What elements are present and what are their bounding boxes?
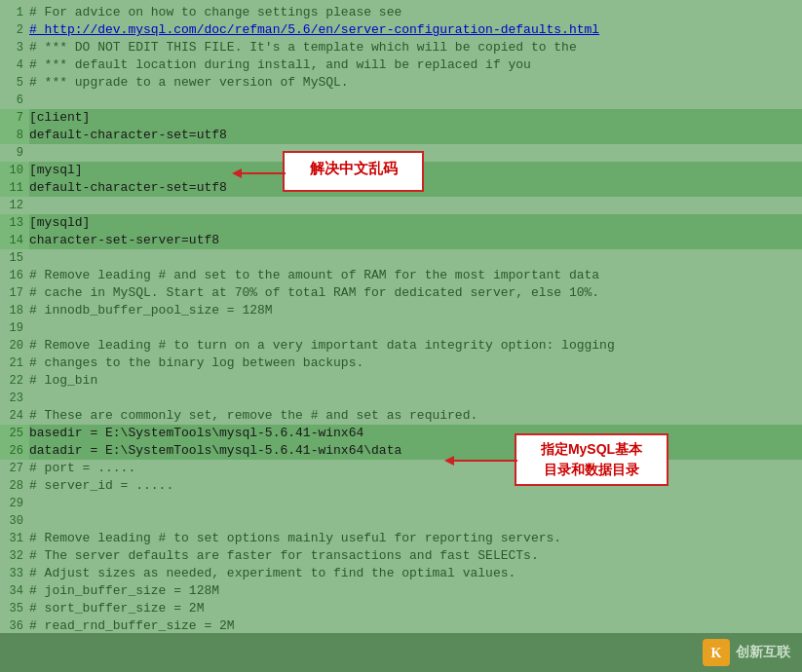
code-line-21: 21# changes to the binary log between ba… (0, 355, 802, 372)
code-line-19: 19 (0, 319, 802, 337)
line-number: 28 (0, 477, 29, 495)
line-content: # *** DO NOT EDIT THIS FILE. It's a temp… (29, 39, 802, 56)
line-number: 25 (0, 425, 29, 442)
line-number: 29 (0, 495, 29, 512)
code-line-25: 25basedir = E:\SystemTools\mysql-5.6.41-… (0, 425, 802, 442)
line-content: # For advice on how to change settings p… (29, 4, 802, 21)
code-line-33: 33# Adjust sizes as needed, experiment t… (0, 565, 802, 582)
line-number: 7 (0, 109, 29, 127)
code-line-20: 20# Remove leading # to turn on a very i… (0, 337, 802, 355)
line-content: [mysqld] (29, 214, 802, 232)
code-line-30: 30 (0, 512, 802, 530)
code-line-32: 32# The server defaults are faster for t… (0, 547, 802, 565)
svg-marker-1 (232, 168, 242, 178)
brand-icon: K (703, 639, 730, 666)
line-number: 21 (0, 355, 29, 372)
line-content: datadir = E:\SystemTools\mysql-5.6.41-wi… (29, 442, 802, 460)
line-content: # innodb_buffer_pool_size = 128M (29, 302, 802, 319)
code-line-7: 7[client] (0, 109, 802, 127)
line-number: 4 (0, 56, 29, 74)
code-line-27: 27# port = ..... (0, 460, 802, 477)
line-number: 5 (0, 74, 29, 92)
code-line-4: 4# *** default location during install, … (0, 56, 802, 74)
line-content: # Adjust sizes as needed, experiment to … (29, 565, 802, 582)
annotation-chinese-encoding: 解决中文乱码 (283, 151, 424, 192)
code-line-16: 16# Remove leading # and set to the amou… (0, 267, 802, 284)
line-number: 17 (0, 284, 29, 302)
svg-marker-3 (444, 456, 454, 466)
line-content: # sort_buffer_size = 2M (29, 600, 802, 617)
line-number: 23 (0, 390, 29, 407)
line-content: # The server defaults are faster for tra… (29, 547, 802, 565)
code-line-35: 35# sort_buffer_size = 2M (0, 600, 802, 617)
line-number: 22 (0, 372, 29, 390)
code-line-12: 12 (0, 197, 802, 214)
line-content: # port = ..... (29, 460, 802, 477)
code-line-29: 29 (0, 495, 802, 512)
code-line-5: 5# *** upgrade to a newer version of MyS… (0, 74, 802, 92)
line-number: 16 (0, 267, 29, 284)
line-content: character-set-server=utf8 (29, 232, 802, 249)
line-number: 19 (0, 319, 29, 337)
code-line-6: 6 (0, 92, 802, 109)
line-number: 26 (0, 442, 29, 460)
code-line-15: 15 (0, 249, 802, 267)
line-number: 6 (0, 92, 29, 109)
line-number: 18 (0, 302, 29, 319)
line-number: 15 (0, 249, 29, 267)
line-number: 24 (0, 407, 29, 425)
code-line-18: 18# innodb_buffer_pool_size = 128M (0, 302, 802, 319)
code-line-13: 13[mysqld] (0, 214, 802, 232)
code-line-28: 28# server_id = ..... (0, 477, 802, 495)
code-line-3: 3# *** DO NOT EDIT THIS FILE. It's a tem… (0, 39, 802, 56)
line-content: # Remove leading # to turn on a very imp… (29, 337, 802, 355)
line-number: 11 (0, 179, 29, 197)
code-line-2: 2# http://dev.mysql.com/doc/refman/5.6/e… (0, 21, 802, 39)
line-content: # Remove leading # and set to the amount… (29, 267, 802, 284)
code-line-22: 22# log_bin (0, 372, 802, 390)
annotation-arrow-2 (444, 451, 518, 470)
bottom-bar: K 创新互联 (0, 633, 802, 672)
line-number: 13 (0, 214, 29, 232)
line-number: 34 (0, 582, 29, 600)
annotation-mysql-dir: 指定MySQL基本目录和数据目录 (515, 433, 668, 486)
line-number: 33 (0, 565, 29, 582)
line-number: 3 (0, 39, 29, 56)
line-content: basedir = E:\SystemTools\mysql-5.6.41-wi… (29, 425, 802, 442)
svg-text:K: K (711, 646, 722, 660)
annotation-arrow-1 (232, 164, 286, 183)
line-number: 14 (0, 232, 29, 249)
line-number: 10 (0, 162, 29, 179)
line-number: 20 (0, 337, 29, 355)
line-content: # server_id = ..... (29, 477, 802, 495)
brand-text: 创新互联 (736, 644, 790, 661)
line-content: # log_bin (29, 372, 802, 390)
line-content: # join_buffer_size = 128M (29, 582, 802, 600)
code-line-14: 14character-set-server=utf8 (0, 232, 802, 249)
line-content: # *** default location during install, a… (29, 56, 802, 74)
line-number: 32 (0, 547, 29, 565)
line-number: 9 (0, 144, 29, 162)
line-number: 1 (0, 4, 29, 21)
line-content: # changes to the binary log between back… (29, 355, 802, 372)
code-line-24: 24# These are commonly set, remove the #… (0, 407, 802, 425)
line-number: 2 (0, 21, 29, 39)
line-number: 30 (0, 512, 29, 530)
line-number: 35 (0, 600, 29, 617)
code-lines: 1# For advice on how to change settings … (0, 4, 802, 670)
code-line-17: 17# cache in MySQL. Start at 70% of tota… (0, 284, 802, 302)
line-content: [client] (29, 109, 802, 127)
line-content: # Remove leading # to set options mainly… (29, 530, 802, 547)
line-content: # *** upgrade to a newer version of MySQ… (29, 74, 802, 92)
line-number: 31 (0, 530, 29, 547)
line-number: 12 (0, 197, 29, 214)
line-content: # cache in MySQL. Start at 70% of total … (29, 284, 802, 302)
line-number: 8 (0, 127, 29, 144)
code-line-26: 26datadir = E:\SystemTools\mysql-5.6.41-… (0, 442, 802, 460)
code-line-8: 8default-character-set=utf8 (0, 127, 802, 144)
code-line-23: 23 (0, 390, 802, 407)
line-content: # http://dev.mysql.com/doc/refman/5.6/en… (29, 21, 802, 39)
code-editor: 1# For advice on how to change settings … (0, 0, 802, 633)
code-line-34: 34# join_buffer_size = 128M (0, 582, 802, 600)
line-content: # These are commonly set, remove the # a… (29, 407, 802, 425)
